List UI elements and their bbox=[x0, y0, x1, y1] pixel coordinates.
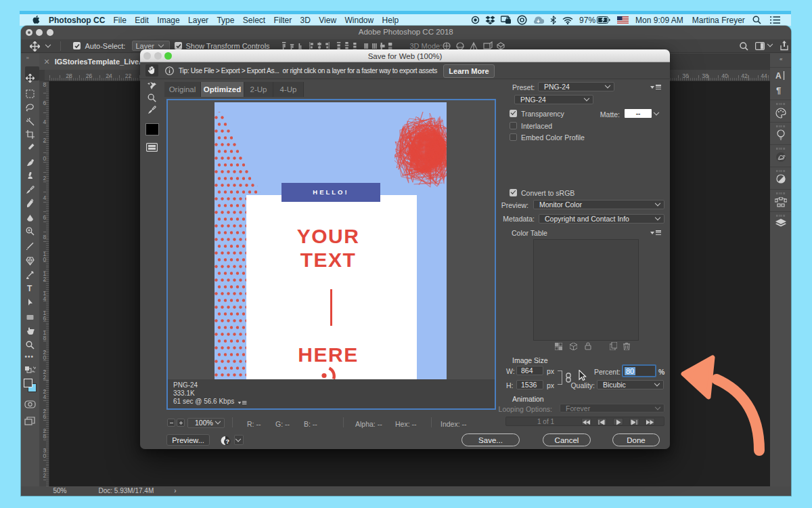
svg-text:A: A bbox=[775, 71, 782, 80]
svg-text:¶: ¶ bbox=[776, 85, 781, 95]
svg-text:?: ? bbox=[225, 438, 229, 445]
svg-text:T: T bbox=[27, 284, 32, 293]
